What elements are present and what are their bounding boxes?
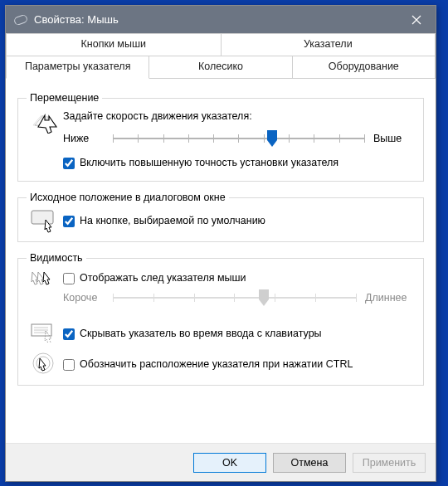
trails-label-long: Длиннее bbox=[365, 292, 415, 304]
tab-pointer-options[interactable]: Параметры указателя bbox=[6, 56, 149, 79]
enhance-precision-checkbox[interactable]: Включить повышенную точность установки у… bbox=[63, 157, 415, 169]
snapto-checkbox[interactable]: На кнопке, выбираемой по умолчанию bbox=[63, 215, 415, 227]
mouse-app-icon bbox=[13, 13, 28, 26]
trails-label: Отображать след указателя мыши bbox=[80, 272, 246, 284]
pointer-speed-icon bbox=[27, 109, 63, 134]
group-visibility: Видимость bbox=[17, 252, 424, 386]
pointer-trails-icon bbox=[27, 269, 63, 292]
hide-while-typing-icon bbox=[27, 321, 63, 343]
speed-label-fast: Выше bbox=[373, 133, 415, 144]
enhance-precision-input[interactable] bbox=[63, 158, 75, 169]
apply-button: Применить bbox=[353, 453, 426, 473]
tab-wheel[interactable]: Колесико bbox=[149, 56, 292, 79]
tab-pointers[interactable]: Указатели bbox=[222, 33, 436, 56]
trails-checkbox[interactable]: Отображать след указателя мыши bbox=[63, 272, 415, 284]
group-motion: Перемещение Задайте скорость движения ук… bbox=[17, 92, 424, 182]
titlebar[interactable]: Свойства: Мышь bbox=[6, 6, 436, 33]
ok-button[interactable]: OK bbox=[193, 453, 266, 473]
close-button[interactable] bbox=[397, 6, 436, 33]
trails-input[interactable] bbox=[63, 273, 75, 284]
group-motion-legend: Перемещение bbox=[27, 92, 102, 104]
cancel-button[interactable]: Отмена bbox=[273, 453, 346, 473]
tab-strip: Кнопки мыши Указатели Параметры указател… bbox=[6, 33, 436, 79]
dialog-button-bar: OK Отмена Применить bbox=[6, 443, 436, 481]
snapto-icon bbox=[27, 208, 63, 233]
pointer-trails-slider bbox=[113, 288, 357, 308]
pointer-options-panel: Перемещение Задайте скорость движения ук… bbox=[6, 79, 436, 443]
group-snapto-legend: Исходное положение в диалоговом окне bbox=[27, 192, 229, 203]
group-snapto: Исходное положение в диалоговом окне bbox=[17, 192, 424, 242]
enhance-precision-label: Включить повышенную точность установки у… bbox=[80, 157, 338, 168]
snapto-label: На кнопке, выбираемой по умолчанию bbox=[80, 215, 265, 226]
tab-buttons[interactable]: Кнопки мыши bbox=[6, 33, 222, 56]
group-visibility-legend: Видимость bbox=[27, 252, 86, 264]
ctrl-locate-label: Обозначить расположение указателя при на… bbox=[80, 358, 353, 370]
ctrl-locate-checkbox[interactable]: Обозначить расположение указателя при на… bbox=[63, 358, 415, 371]
hide-typing-label: Скрывать указатель во время ввода с клав… bbox=[80, 328, 322, 339]
motion-heading: Задайте скорость движения указателя: bbox=[63, 110, 415, 122]
tab-hardware[interactable]: Оборудование bbox=[293, 56, 436, 79]
speed-label-slow: Ниже bbox=[63, 133, 105, 144]
snapto-input[interactable] bbox=[63, 216, 75, 227]
window-title: Свойства: Мышь bbox=[34, 13, 119, 26]
hide-typing-input[interactable] bbox=[63, 328, 75, 340]
pointer-speed-slider[interactable] bbox=[113, 129, 365, 148]
client-area: Кнопки мыши Указатели Параметры указател… bbox=[6, 33, 436, 481]
hide-typing-checkbox[interactable]: Скрывать указатель во время ввода с клав… bbox=[63, 328, 415, 340]
mouse-properties-window: Свойства: Мышь Кнопки мыши Указатели Пар… bbox=[5, 5, 436, 482]
close-icon bbox=[411, 15, 421, 25]
ctrl-locate-input[interactable] bbox=[63, 359, 75, 371]
ctrl-locate-icon bbox=[27, 352, 63, 377]
trails-label-short: Короче bbox=[63, 292, 105, 304]
